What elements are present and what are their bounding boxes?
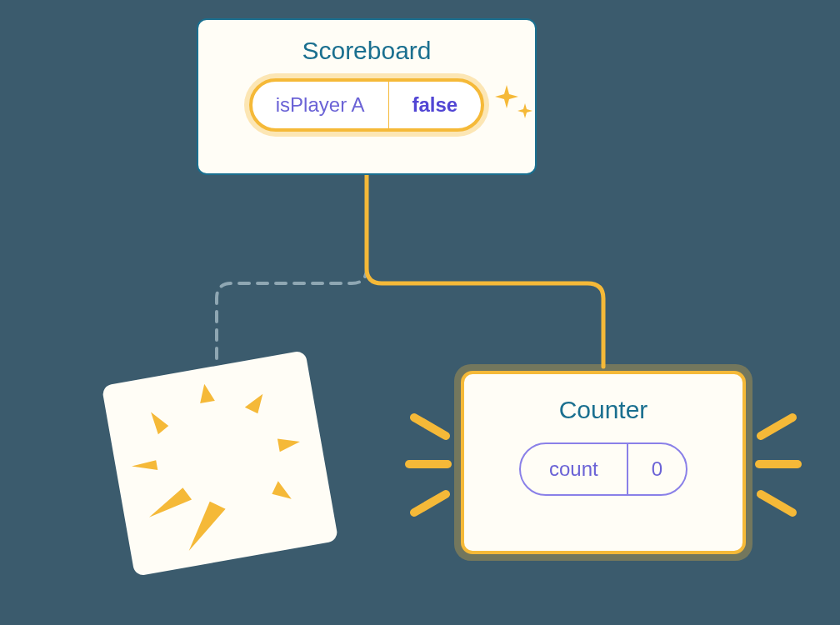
- unmounting-node: [102, 350, 339, 577]
- svg-marker-6: [132, 460, 158, 474]
- svg-marker-2: [278, 435, 301, 452]
- scoreboard-node: Scoreboard isPlayer A false: [197, 18, 537, 175]
- svg-marker-3: [270, 479, 292, 502]
- scoreboard-prop-pill: isPlayer A false: [249, 78, 484, 132]
- diagram-stage: Scoreboard isPlayer A false: [0, 0, 840, 625]
- scoreboard-title: Scoreboard: [302, 37, 431, 65]
- svg-marker-5: [145, 487, 193, 518]
- counter-node: Counter count 0: [461, 371, 746, 554]
- svg-marker-4: [181, 499, 232, 551]
- counter-state-pill: count 0: [519, 442, 688, 496]
- burst-icon: [111, 361, 330, 567]
- prop-name: isPlayer A: [252, 82, 389, 128]
- counter-node-wrap: Counter count 0: [461, 371, 746, 554]
- sparkle-icon: [490, 82, 537, 132]
- emphasis-rays-left-icon: [402, 404, 461, 529]
- svg-marker-0: [197, 382, 215, 403]
- state-name: count: [521, 444, 628, 494]
- svg-line-8: [414, 418, 446, 436]
- prop-value: false: [389, 82, 482, 128]
- svg-line-13: [761, 494, 792, 512]
- svg-marker-1: [243, 394, 266, 416]
- svg-marker-7: [151, 409, 170, 435]
- emphasis-rays-right-icon: [746, 404, 804, 529]
- counter-title: Counter: [559, 396, 648, 424]
- state-value: 0: [628, 444, 686, 494]
- svg-line-10: [414, 494, 446, 512]
- svg-line-11: [761, 418, 792, 436]
